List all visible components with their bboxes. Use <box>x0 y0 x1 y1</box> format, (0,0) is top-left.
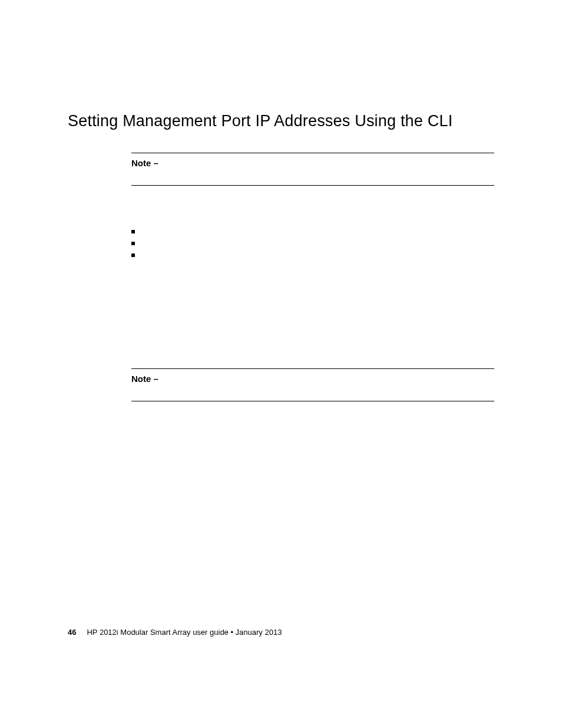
bullet-list <box>131 227 494 262</box>
note-block-2: Note – <box>131 368 494 401</box>
list-item <box>131 251 494 262</box>
page-number: 46 <box>68 628 76 637</box>
note-block-1: Note – <box>131 153 494 186</box>
note-label-1: Note – <box>131 158 158 168</box>
list-item <box>131 239 494 251</box>
note-label-2: Note – <box>131 374 158 384</box>
list-item <box>131 227 494 239</box>
page-content: Setting Management Port IP Addresses Usi… <box>0 0 562 401</box>
page-footer: 46 HP 2012i Modular Smart Array user gui… <box>68 628 282 637</box>
section-heading: Setting Management Port IP Addresses Usi… <box>68 112 494 130</box>
footer-text: HP 2012i Modular Smart Array user guide … <box>87 628 282 637</box>
